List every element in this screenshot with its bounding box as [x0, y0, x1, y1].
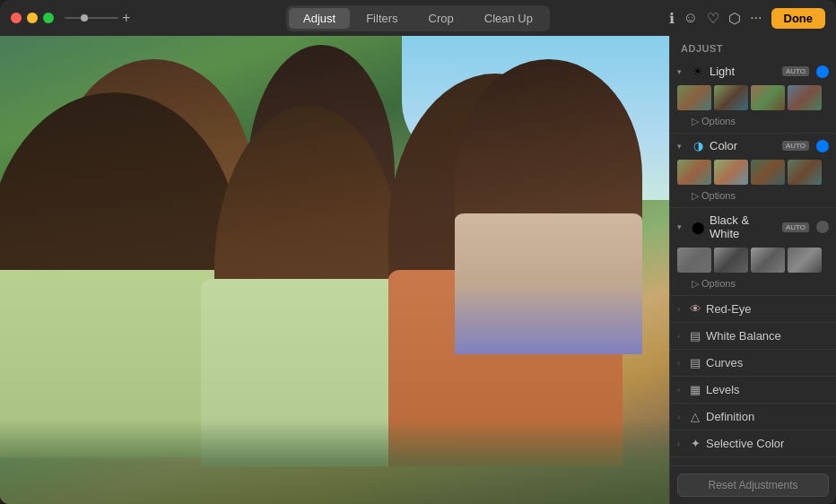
levels-label: Levels — [706, 383, 740, 396]
panel-scroll[interactable]: ▾ ☀ Light AUTO ▷ Options ▾ ◑ — [670, 59, 836, 465]
reset-area: Reset Adjustments — [670, 465, 836, 504]
item-definition[interactable]: › △ Definition — [670, 404, 836, 430]
section-bw: ▾ ⬤ Black & White AUTO ▷ Options — [670, 208, 836, 296]
item-selective-color[interactable]: › ✦ Selective Color — [670, 430, 836, 457]
color-options[interactable]: ▷ Options — [670, 188, 836, 207]
shirt-back-right — [455, 213, 642, 354]
sun-icon: ☀ — [690, 65, 706, 78]
chevron-right-icon-3: › — [677, 359, 686, 368]
red-eye-label: Red-Eye — [706, 302, 752, 316]
section-color-header[interactable]: ▾ ◑ Color AUTO — [670, 134, 836, 158]
selective-color-icon: ✦ — [686, 437, 704, 450]
section-light: ▾ ☀ Light AUTO ▷ Options — [670, 59, 836, 134]
photo-area — [0, 36, 669, 504]
thumb-3[interactable] — [751, 85, 785, 110]
curves-icon: ▤ — [686, 356, 704, 369]
emoji-icon[interactable]: ☺ — [684, 10, 698, 26]
more-icon[interactable]: ··· — [750, 10, 762, 26]
tab-cleanup[interactable]: Clean Up — [470, 8, 547, 29]
photo-placeholder — [0, 36, 669, 504]
chevron-right-icon-6: › — [677, 439, 686, 448]
info-icon[interactable]: ℹ — [669, 10, 675, 27]
levels-icon: ▦ — [686, 383, 704, 396]
fullscreen-button[interactable] — [43, 13, 54, 23]
color-label: Color — [710, 139, 779, 152]
section-light-header[interactable]: ▾ ☀ Light AUTO — [670, 59, 836, 83]
auto-badge-3[interactable]: AUTO — [782, 222, 809, 232]
chevron-down-icon-2: ▾ — [677, 142, 686, 151]
done-button[interactable]: Done — [771, 8, 826, 29]
color-thumb-2[interactable] — [714, 160, 748, 185]
heart-icon[interactable]: ♡ — [707, 10, 719, 27]
color-thumb-3[interactable] — [751, 160, 785, 185]
adjust-header: ADJUST — [670, 36, 836, 59]
item-red-eye[interactable]: › 👁 Red-Eye — [670, 296, 836, 323]
item-curves[interactable]: › ▤ Curves — [670, 350, 836, 377]
traffic-lights — [0, 13, 54, 23]
close-button[interactable] — [11, 13, 22, 23]
section-color: ▾ ◑ Color AUTO ▷ Options — [670, 134, 836, 208]
item-white-balance[interactable]: › ▤ White Balance — [670, 323, 836, 350]
item-levels[interactable]: › ▦ Levels — [670, 377, 836, 404]
nav-tabs: Adjust Filters Crop Clean Up — [286, 5, 550, 31]
chevron-down-icon: ▾ — [677, 67, 686, 76]
tab-crop[interactable]: Crop — [414, 8, 468, 29]
zoom-add-icon[interactable]: + — [122, 11, 130, 25]
color-thumbs — [670, 158, 836, 188]
auto-badge[interactable]: AUTO — [782, 66, 809, 76]
thumb-4[interactable] — [788, 85, 822, 110]
share-icon[interactable]: ⬡ — [728, 10, 741, 27]
definition-label: Definition — [706, 410, 754, 423]
item-noise-reduction[interactable]: › ⊞ Noise Reduction — [670, 457, 836, 465]
white-balance-label: White Balance — [706, 329, 781, 343]
right-panel: ADJUST ▾ ☀ Light AUTO ▷ Options — [669, 36, 836, 504]
chevron-right-icon-5: › — [677, 413, 686, 421]
bw-thumbs — [670, 246, 836, 276]
bw-options[interactable]: ▷ Options — [670, 276, 836, 295]
bw-icon: ⬤ — [690, 221, 706, 234]
light-label: Light — [710, 65, 779, 78]
chevron-right-icon-2: › — [677, 332, 686, 341]
bw-label: Black & White — [710, 213, 779, 240]
chevron-down-icon-3: ▾ — [677, 222, 686, 231]
thumb-2[interactable] — [714, 85, 748, 110]
color-thumb-4[interactable] — [788, 160, 822, 185]
tab-adjust[interactable]: Adjust — [289, 8, 350, 29]
bw-thumb-1[interactable] — [677, 248, 711, 273]
light-thumbs — [670, 83, 836, 114]
bw-toggle[interactable] — [816, 221, 829, 233]
light-options[interactable]: ▷ Options — [670, 114, 836, 133]
chevron-right-icon: › — [677, 305, 686, 314]
bw-thumb-3[interactable] — [751, 248, 785, 273]
color-icon: ◑ — [690, 139, 706, 152]
titlebar: + Adjust Filters Crop Clean Up ℹ ☺ ♡ ⬡ ·… — [0, 0, 836, 36]
titlebar-right: ℹ ☺ ♡ ⬡ ··· Done — [669, 8, 825, 29]
light-toggle[interactable] — [816, 65, 829, 78]
curves-label: Curves — [706, 356, 743, 369]
auto-badge-2[interactable]: AUTO — [782, 141, 809, 151]
wb-icon: ▤ — [686, 329, 704, 343]
section-bw-header[interactable]: ▾ ⬤ Black & White AUTO — [670, 208, 836, 246]
zoom-slider[interactable] — [65, 17, 118, 19]
ground — [0, 420, 669, 504]
definition-icon: △ — [686, 410, 704, 423]
selective-color-label: Selective Color — [706, 437, 784, 450]
tab-filters[interactable]: Filters — [352, 8, 412, 29]
main-content: ADJUST ▾ ☀ Light AUTO ▷ Options — [0, 36, 836, 504]
color-toggle[interactable] — [816, 140, 829, 152]
thumb-1[interactable] — [677, 85, 711, 110]
bw-thumb-2[interactable] — [714, 248, 748, 273]
minimize-button[interactable] — [27, 13, 38, 23]
reset-adjustments-button[interactable]: Reset Adjustments — [677, 474, 829, 497]
chevron-right-icon-4: › — [677, 386, 686, 395]
red-eye-icon: 👁 — [686, 302, 704, 316]
color-thumb-1[interactable] — [677, 160, 711, 185]
bw-thumb-4[interactable] — [788, 248, 822, 273]
zoom-control: + — [65, 11, 130, 25]
